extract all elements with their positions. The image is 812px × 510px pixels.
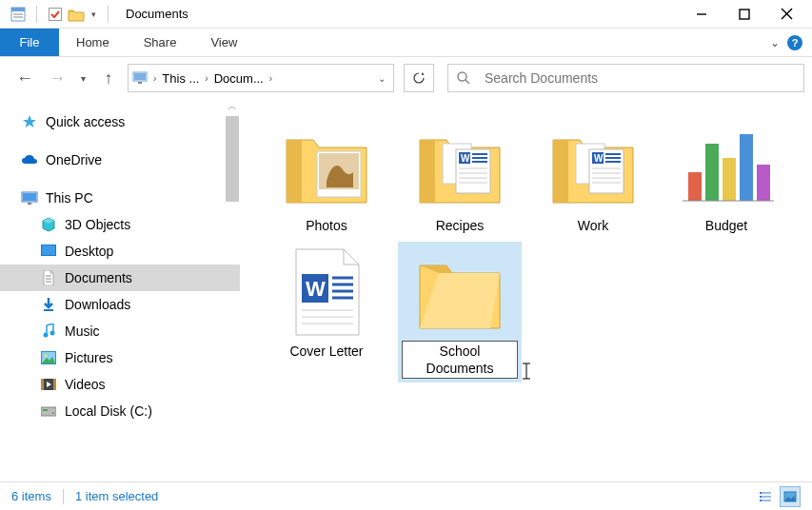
- forward-button[interactable]: →: [44, 65, 70, 91]
- svg-text:W: W: [306, 277, 326, 301]
- sidebar-item-downloads[interactable]: Downloads: [0, 291, 240, 318]
- sidebar-item-label: Documents: [65, 270, 132, 285]
- checkbox-icon[interactable]: [47, 6, 64, 23]
- svg-rect-79: [760, 492, 762, 494]
- ribbon-collapse-icon[interactable]: ⌄: [770, 36, 780, 49]
- qat-dropdown-icon[interactable]: ▾: [89, 6, 98, 23]
- sidebar-item-label: 3D Objects: [65, 217, 130, 232]
- download-icon: [40, 296, 57, 313]
- rename-input[interactable]: School Documents: [402, 341, 518, 379]
- properties-icon[interactable]: [10, 6, 27, 23]
- sidebar-item-label: Music: [65, 324, 100, 339]
- sidebar-item-quick-access[interactable]: Quick access: [0, 108, 240, 135]
- breadcrumb-documents[interactable]: Docum...: [214, 71, 264, 86]
- svg-text:W: W: [461, 153, 470, 164]
- large-icons-view-button[interactable]: [780, 486, 801, 507]
- nav-row: ← → ▾ ↑ › This ... › Docum... › ⌄: [0, 57, 812, 99]
- search-box[interactable]: [447, 64, 804, 92]
- scroll-thumb[interactable]: [226, 116, 239, 202]
- item-recipes[interactable]: W Recipes: [398, 116, 522, 238]
- svg-point-27: [45, 355, 48, 358]
- tab-view[interactable]: View: [193, 29, 254, 56]
- svg-point-12: [458, 72, 466, 81]
- content-pane: Photos W: [240, 99, 812, 481]
- folder-icon[interactable]: [68, 6, 85, 23]
- sidebar-item-local-disk[interactable]: Local Disk (C:): [0, 398, 240, 424]
- svg-rect-60: [723, 158, 736, 201]
- search-input[interactable]: [483, 69, 796, 87]
- quick-access-toolbar: ▾: [4, 6, 120, 23]
- status-count: 6 items: [11, 489, 51, 503]
- sidebar-scrollbar[interactable]: ︿: [225, 99, 240, 481]
- picture-icon: [40, 349, 57, 366]
- tab-home[interactable]: Home: [59, 29, 127, 56]
- svg-rect-80: [760, 496, 762, 498]
- sidebar-item-label: Quick access: [46, 114, 125, 129]
- status-bar: 6 items 1 item selected: [0, 481, 812, 510]
- svg-point-33: [52, 412, 54, 414]
- chevron-right-icon[interactable]: ›: [151, 73, 158, 84]
- sidebar-item-videos[interactable]: Videos: [0, 371, 240, 398]
- up-button[interactable]: ↑: [95, 65, 122, 91]
- sidebar-item-music[interactable]: Music: [0, 318, 240, 344]
- text-cursor-icon: [520, 362, 533, 381]
- sidebar-item-3d-objects[interactable]: 3D Objects: [0, 211, 240, 238]
- item-label: Work: [578, 217, 608, 234]
- sidebar-item-documents[interactable]: Documents: [0, 265, 240, 291]
- window-title: Documents: [126, 7, 188, 21]
- sidebar-item-desktop[interactable]: Desktop: [0, 238, 240, 265]
- tab-share[interactable]: Share: [127, 29, 194, 56]
- sidebar-item-pictures[interactable]: Pictures: [0, 344, 240, 371]
- recent-dropdown-icon[interactable]: ▾: [76, 65, 89, 91]
- disk-icon: [40, 402, 57, 420]
- address-bar[interactable]: › This ... › Docum... › ⌄: [128, 64, 394, 92]
- svg-rect-31: [41, 407, 56, 416]
- svg-rect-10: [134, 73, 146, 80]
- svg-line-13: [465, 80, 469, 84]
- svg-rect-61: [740, 134, 753, 201]
- sidebar-item-label: Videos: [65, 377, 106, 392]
- refresh-button[interactable]: [404, 64, 434, 92]
- address-pc-icon: [132, 71, 148, 85]
- svg-rect-6: [740, 10, 749, 19]
- sidebar-item-label: Pictures: [65, 350, 113, 365]
- back-button[interactable]: ←: [11, 65, 38, 91]
- address-dropdown-icon[interactable]: ⌄: [374, 73, 389, 84]
- svg-rect-62: [757, 165, 770, 201]
- svg-rect-30: [53, 379, 56, 390]
- minimize-button[interactable]: [680, 0, 723, 29]
- sidebar-item-onedrive[interactable]: OneDrive: [0, 147, 240, 173]
- sidebar-item-label: Local Disk (C:): [65, 403, 152, 419]
- cloud-icon: [21, 151, 38, 168]
- music-icon: [40, 323, 57, 340]
- svg-text:W: W: [594, 153, 604, 164]
- help-icon[interactable]: ?: [787, 35, 802, 50]
- status-selected: 1 item selected: [75, 489, 158, 503]
- svg-rect-16: [28, 203, 31, 205]
- chevron-right-icon[interactable]: ›: [203, 73, 209, 84]
- item-cover-letter[interactable]: W Cover Letter: [265, 242, 388, 382]
- nav-pane: Quick access OneDrive This PC 3D Objects…: [0, 99, 240, 481]
- cube-icon: [40, 216, 57, 233]
- ribbon-row: File Home Share View ⌄ ?: [0, 29, 812, 57]
- breadcrumb-this-pc[interactable]: This ...: [162, 71, 199, 86]
- svg-rect-58: [688, 172, 702, 201]
- search-icon: [456, 70, 471, 86]
- details-view-button[interactable]: [755, 486, 776, 507]
- sidebar-item-this-pc[interactable]: This PC: [0, 185, 240, 211]
- word-doc-icon: W: [279, 245, 374, 341]
- item-label: Recipes: [436, 217, 485, 234]
- scroll-up-icon[interactable]: ︿: [225, 99, 240, 114]
- main-area: Quick access OneDrive This PC 3D Objects…: [0, 99, 812, 481]
- item-school-documents[interactable]: School Documents: [398, 242, 522, 382]
- item-work[interactable]: W Work: [531, 116, 655, 238]
- close-button[interactable]: [765, 0, 808, 29]
- file-tab[interactable]: File: [0, 29, 59, 56]
- folder-thumb-icon: [279, 120, 374, 215]
- item-budget[interactable]: Budget: [664, 116, 788, 238]
- chevron-right-icon[interactable]: ›: [267, 73, 274, 84]
- maximize-button[interactable]: [723, 0, 765, 29]
- folder-thumb-icon: W: [545, 120, 641, 215]
- monitor-icon: [21, 189, 38, 206]
- item-photos[interactable]: Photos: [265, 116, 388, 238]
